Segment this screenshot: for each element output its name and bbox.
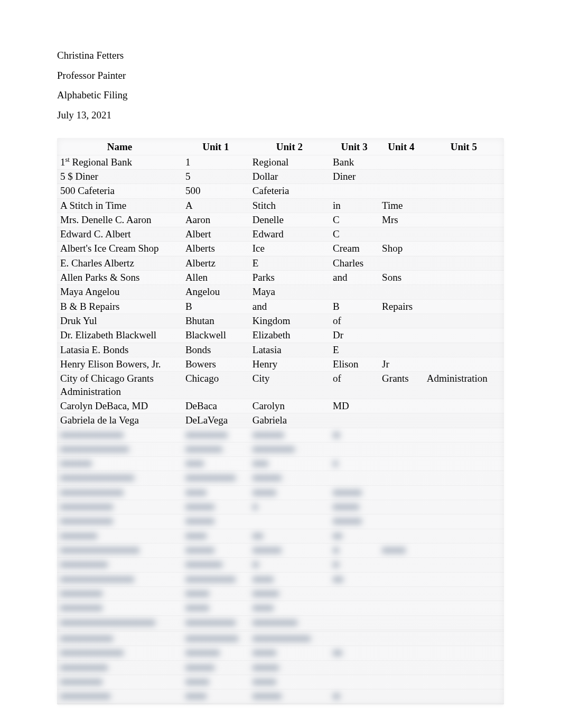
cell-unit1: Angelou: [182, 285, 249, 299]
filing-table: Name Unit 1 Unit 2 Unit 3 Unit 4 Unit 5 …: [57, 139, 504, 704]
table-row: Mrs. Denelle C. AaronAaronDenelleCMrs: [57, 213, 504, 227]
cell-blurred: [424, 572, 504, 586]
cell-unit1: DeBaca: [182, 399, 249, 413]
cell-blurred: [57, 586, 182, 601]
cell-name: 500 Cafeteria: [57, 184, 182, 198]
cell-unit1: 500: [182, 184, 249, 198]
cell-unit1: Alberts: [182, 242, 249, 256]
cell-blurred: [249, 442, 330, 456]
student-name: Christina Fetters: [57, 49, 504, 62]
cell-unit2: Henry: [249, 357, 330, 371]
cell-blurred: [379, 529, 424, 543]
cell-blurred: [424, 500, 504, 514]
col-unit3: Unit 3: [330, 139, 379, 155]
cell-blurred: [57, 457, 182, 471]
cell-name: A Stitch in Time: [57, 198, 182, 213]
cell-blurred: [424, 660, 504, 675]
cell-unit4: [379, 227, 424, 242]
cell-unit1: Albert: [182, 227, 249, 242]
table-row-blurred: [57, 572, 504, 586]
cell-blurred: [57, 514, 182, 529]
cell-unit1: Chicago: [182, 372, 249, 399]
cell-blurred: [424, 543, 504, 558]
cell-unit1: Blackwell: [182, 328, 249, 343]
cell-blurred: [379, 428, 424, 442]
cell-unit1: A: [182, 198, 249, 213]
cell-blurred: [182, 442, 249, 456]
col-unit4: Unit 4: [379, 139, 424, 155]
cell-unit2: Maya: [249, 285, 330, 299]
cell-unit4: [379, 184, 424, 198]
cell-unit3: [330, 413, 379, 428]
cell-blurred: [379, 631, 424, 646]
cell-blurred: [57, 646, 182, 660]
cell-blurred: [57, 428, 182, 442]
cell-unit4: [379, 343, 424, 357]
cell-blurred: [424, 586, 504, 601]
cell-unit3: of: [330, 314, 379, 328]
cell-unit5: [424, 242, 504, 256]
cell-unit5: [424, 256, 504, 270]
cell-unit5: [424, 227, 504, 242]
cell-blurred: [379, 646, 424, 660]
cell-blurred: [57, 601, 182, 615]
cell-blurred: [249, 631, 330, 646]
cell-unit3: [330, 285, 379, 299]
table-row: Dr. Elizabeth BlackwellBlackwellElizabet…: [57, 328, 504, 343]
cell-blurred: [249, 586, 330, 601]
cell-unit5: [424, 285, 504, 299]
cell-blurred: [424, 646, 504, 660]
table-row-blurred: [57, 457, 504, 471]
cell-blurred: [249, 500, 330, 514]
cell-blurred: [330, 646, 379, 660]
assignment-title: Alphabetic Filing: [57, 88, 504, 102]
table-row-blurred: [57, 543, 504, 558]
cell-unit4: [379, 285, 424, 299]
cell-blurred: [57, 631, 182, 646]
cell-blurred: [330, 572, 379, 586]
cell-blurred: [424, 442, 504, 456]
cell-unit4: [379, 328, 424, 343]
cell-unit1: Aaron: [182, 213, 249, 227]
cell-blurred: [182, 631, 249, 646]
cell-unit3: Cream: [330, 242, 379, 256]
cell-blurred: [249, 660, 330, 675]
cell-blurred: [182, 586, 249, 601]
table-row-blurred: [57, 500, 504, 514]
cell-blurred: [424, 689, 504, 704]
cell-blurred: [182, 500, 249, 514]
cell-unit2: Edward: [249, 227, 330, 242]
col-name: Name: [57, 139, 182, 155]
cell-blurred: [57, 543, 182, 558]
cell-blurred: [182, 428, 249, 442]
cell-unit4: [379, 155, 424, 169]
cell-unit4: [379, 413, 424, 428]
cell-name: Edward C. Albert: [57, 227, 182, 242]
cell-blurred: [57, 630, 182, 631]
cell-name: City of Chicago Grants Administration: [57, 372, 182, 399]
cell-blurred: [379, 558, 424, 572]
table-row-blurred: [57, 631, 504, 646]
cell-blurred: [330, 675, 379, 689]
cell-blurred: [330, 471, 379, 485]
cell-unit1: Bhutan: [182, 314, 249, 328]
cell-blurred: [424, 514, 504, 529]
cell-blurred: [330, 500, 379, 514]
table-header-row: Name Unit 1 Unit 2 Unit 3 Unit 4 Unit 5: [57, 139, 504, 155]
cell-unit5: [424, 413, 504, 428]
table-row-blurred: [57, 660, 504, 675]
cell-blurred: [57, 471, 182, 485]
cell-blurred: [182, 543, 249, 558]
cell-blurred: [379, 689, 424, 704]
table-row: A Stitch in TimeAStitchinTime: [57, 198, 504, 213]
table-row: Edward C. AlbertAlbertEdwardC: [57, 227, 504, 242]
cell-unit1: Albertz: [182, 256, 249, 270]
cell-unit3: Charles: [330, 256, 379, 270]
table-row-blurred: [57, 428, 504, 442]
cell-blurred: [379, 471, 424, 485]
cell-unit2: Carolyn: [249, 399, 330, 413]
cell-unit4: [379, 399, 424, 413]
cell-unit5: [424, 271, 504, 285]
cell-unit2: Regional: [249, 155, 330, 169]
cell-blurred: [330, 485, 379, 500]
